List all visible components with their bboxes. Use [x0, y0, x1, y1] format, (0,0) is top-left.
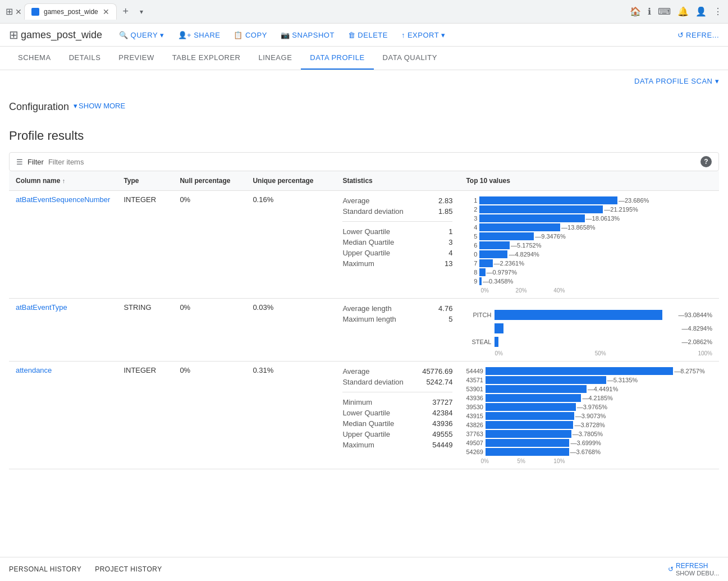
cell-column-name: attendance: [9, 362, 117, 469]
tab-table-explorer[interactable]: TABLE EXPLORER: [163, 47, 250, 70]
tab-db-icon: [31, 8, 39, 16]
bar: [486, 439, 569, 447]
stat-label: Median Quartile: [342, 238, 394, 246]
bar: [486, 421, 573, 429]
home-tab[interactable]: ⊞ ✕: [6, 6, 22, 17]
chrome-menu-icon[interactable]: ⋮: [713, 6, 722, 17]
filter-input[interactable]: [48, 158, 696, 166]
stat-label: Average: [342, 196, 369, 205]
bar-container: —23.686%: [479, 196, 712, 204]
bar: [486, 385, 587, 393]
stat-label: Maximum: [342, 441, 374, 449]
cell-column-name: atBatEventType: [9, 299, 117, 362]
bar: [486, 403, 576, 411]
bar-row: 39530—3.9765%: [466, 403, 712, 411]
bar-chart: 54449—8.2757%43571—5.3135%53901—4.4491%4…: [466, 367, 712, 464]
stat-row: Average2.83: [342, 195, 452, 206]
bar-pct-label: —9.3476%: [535, 233, 565, 240]
hbar-wrap: [495, 323, 678, 333]
bar-container: —8.2757%: [486, 367, 712, 375]
cell-null-pct: 0%: [173, 362, 246, 469]
bar-row: 2—21.2195%: [466, 205, 712, 213]
more-tabs-button[interactable]: ▾: [135, 5, 148, 19]
col-header-null: Null percentage: [173, 171, 246, 191]
stat-row: Average length4.76: [342, 303, 452, 314]
copy-icon: 📋: [233, 31, 243, 39]
tab-data-quality[interactable]: DATA QUALITY: [374, 47, 446, 70]
chrome-info-icon[interactable]: ℹ: [648, 6, 651, 17]
tab-preview[interactable]: PREVIEW: [109, 47, 163, 70]
bar-label: 43571: [466, 377, 483, 383]
bar-label: 3: [466, 215, 477, 222]
show-more-chevron-icon: ▾: [74, 102, 77, 110]
hbar-bar: [495, 337, 498, 347]
bar-row: 49507—3.6999%: [466, 439, 712, 447]
bar: [479, 259, 492, 267]
hbar-pct-label: —93.0844%: [678, 312, 712, 318]
stat-value: 13: [445, 259, 452, 268]
tab-schema[interactable]: SCHEMA: [9, 47, 60, 70]
cell-statistics: Average45776.69Standard deviation5242.74…: [336, 362, 459, 469]
snapshot-button[interactable]: 📷 SNAPSHOT: [275, 29, 340, 42]
tab-close-btn[interactable]: ✕: [103, 7, 109, 16]
chrome-profile-icon[interactable]: 👤: [695, 6, 707, 17]
col-header-name[interactable]: Column name ↑: [9, 171, 117, 191]
table-header-row: Column name ↑ Type Null percentage Uniqu…: [9, 171, 719, 191]
hbar-row: —4.8294%: [466, 323, 712, 333]
stat-label: Standard deviation: [342, 378, 403, 386]
stat-value: 45776.69: [422, 367, 452, 376]
share-button[interactable]: 👤+ SHARE: [172, 29, 226, 42]
show-more-button[interactable]: ▾ SHOW MORE: [74, 102, 125, 110]
stat-value: 5: [448, 315, 452, 323]
bar-container: —3.6999%: [486, 439, 712, 447]
bar-container: —3.9073%: [486, 412, 712, 420]
chrome-keyboard-icon[interactable]: ⌨: [658, 6, 671, 17]
cell-column-name: atBatEventSequenceNumber: [9, 191, 117, 299]
share-icon: 👤+: [178, 31, 192, 39]
tab-data-profile[interactable]: DATA PROFILE: [301, 47, 373, 70]
bar-row: 6—5.1752%: [466, 241, 712, 249]
tab-close-home[interactable]: ✕: [15, 7, 22, 16]
bar-pct-label: —23.686%: [619, 197, 649, 204]
bar: [479, 205, 603, 213]
hbar-wrap: [495, 310, 675, 320]
chrome-home-icon[interactable]: 🏠: [630, 6, 641, 17]
configuration-section: Configuration ▾ SHOW MORE: [9, 92, 719, 124]
bar-row: 37763—3.7805%: [466, 430, 712, 438]
query-button[interactable]: 🔍 QUERY ▾: [113, 29, 170, 42]
page-title: games_post_wide: [21, 29, 102, 41]
cell-type: INTEGER: [117, 191, 173, 299]
bar-container: —2.2361%: [479, 259, 712, 267]
bar: [479, 232, 534, 240]
stat-label: Minimum: [342, 398, 372, 406]
stat-row: Upper Quartile49555: [342, 429, 452, 440]
tab-details[interactable]: DETAILS: [60, 47, 110, 70]
data-profile-scan-button[interactable]: DATA PROFILE SCAN ▾: [634, 77, 719, 85]
bar-container: —13.8658%: [479, 223, 712, 231]
col-header-stats: Statistics: [336, 171, 459, 191]
bar-row: 4—13.8658%: [466, 223, 712, 231]
bar: [486, 367, 673, 375]
hbar-wrap: [495, 337, 678, 347]
help-icon[interactable]: ?: [700, 156, 712, 167]
export-button[interactable]: ↑ EXPORT ▾: [396, 29, 451, 42]
cell-unique-pct: 0.16%: [246, 191, 336, 299]
bar-label: 1: [466, 197, 477, 204]
hbar-axis: 0%50%100%: [495, 350, 712, 356]
tab-lineage[interactable]: LINEAGE: [249, 47, 301, 70]
bar-pct-label: —3.9073%: [575, 413, 606, 419]
stat-label: Upper Quartile: [342, 430, 390, 438]
hbar-bar: [495, 323, 503, 333]
delete-button[interactable]: 🗑 DELETE: [342, 29, 393, 42]
new-tab-button[interactable]: +: [119, 5, 132, 19]
cell-top10: PITCH—93.0844%—4.8294%STEAL—2.0862%0%50%…: [459, 299, 719, 362]
copy-button[interactable]: 📋 COPY: [228, 29, 272, 42]
active-tab[interactable]: games_post_wide ✕: [24, 3, 117, 20]
refresh-button[interactable]: ↺ REFRE...: [677, 31, 719, 39]
bar-row: 43826—3.8728%: [466, 421, 712, 429]
bar: [486, 412, 574, 420]
bar-pct-label: —13.8658%: [561, 224, 596, 231]
chrome-notifications-icon[interactable]: 🔔: [677, 6, 689, 17]
tab-bar: ⊞ ✕ games_post_wide ✕ + ▾: [6, 3, 625, 20]
profile-results-title: Profile results: [9, 124, 719, 152]
